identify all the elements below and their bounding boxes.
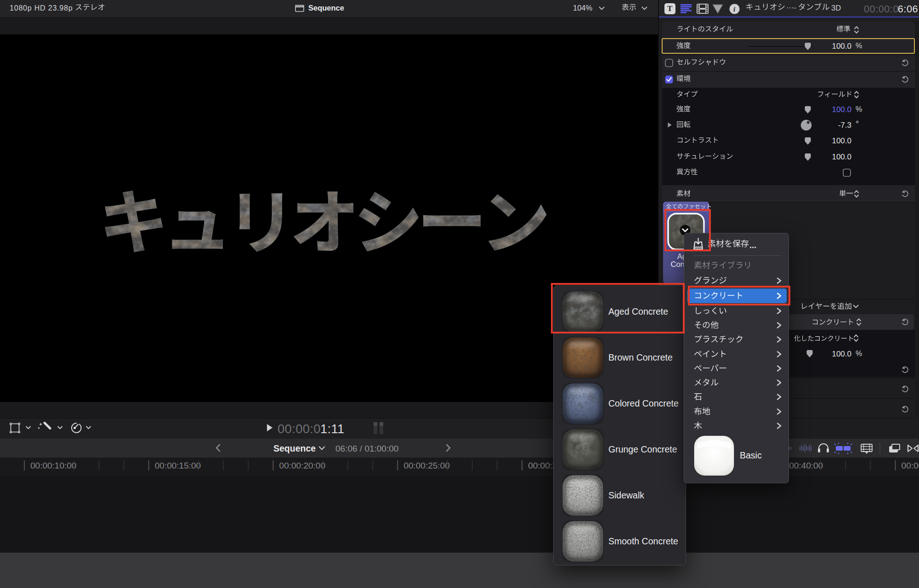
svg-text:00:00:45:00: 00:00:45:00 (902, 461, 919, 470)
svg-text:00:00:25:00: 00:00:25:00 (403, 461, 449, 470)
svg-text:00:00:10:00: 00:00:10:00 (30, 461, 76, 470)
svg-text:00:00:20:00: 00:00:20:00 (279, 461, 325, 470)
svg-text:00:00:15:00: 00:00:15:00 (155, 461, 201, 470)
